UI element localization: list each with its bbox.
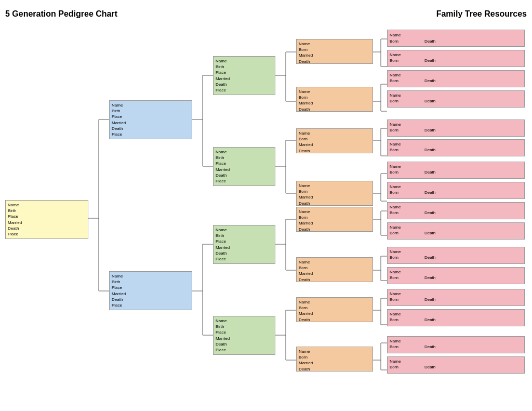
gen5-16-row: Born Death (390, 364, 522, 370)
gen4-5-death: Death (299, 227, 370, 232)
gen4-6-name: Name (299, 259, 370, 265)
gen4-6-married: Married (299, 271, 370, 276)
gen5-2-death: Death (424, 58, 435, 63)
gen4-7-married: Married (299, 311, 370, 316)
gen2a-married: Married (112, 120, 190, 126)
gen5-7-name: Name (390, 164, 522, 169)
gen5-13-row: Born Death (390, 297, 522, 302)
gen2a-birth: Birth (112, 108, 190, 114)
gen4-4-married: Married (299, 194, 370, 200)
gen5-10-death: Death (424, 230, 435, 236)
gen2b-name: Name (112, 273, 190, 279)
gen5-7-death: Death (424, 169, 435, 175)
gen4-6-box: Name Born Married Death (296, 257, 373, 282)
gen3-1-married: Married (216, 76, 273, 82)
gen5-4-name: Name (390, 92, 522, 98)
gen5-3-box: Name Born Death (387, 70, 525, 87)
gen4-6-death: Death (299, 277, 370, 283)
gen5-15-death: Death (424, 344, 435, 350)
gen4-7-death: Death (299, 317, 370, 323)
gen5-8-born: Born (390, 190, 398, 195)
gen4-7-name: Name (299, 299, 370, 305)
gen5-10-born: Born (390, 230, 398, 236)
gen3-3-place1: Place (216, 238, 273, 244)
gen5-4-death: Death (424, 98, 435, 104)
gen3-1-birth: Birth (216, 64, 273, 70)
gen1-place1: Place (8, 214, 86, 219)
gen5-16-name: Name (390, 359, 522, 364)
gen5-10-box: Name Born Death (387, 222, 525, 240)
gen5-3-born: Born (390, 78, 398, 84)
gen2a-place2: Place (112, 131, 190, 137)
gen3-3-name: Name (216, 227, 273, 233)
gen4-7-box: Name Born Married Death (296, 297, 373, 322)
gen1-death: Death (8, 226, 86, 231)
gen5-13-born: Born (390, 297, 398, 302)
gen5-16-box: Name Born Death (387, 356, 525, 374)
gen4-3-box: Name Born Married Death (296, 128, 373, 153)
gen4-4-box: Name Born Married Death (296, 181, 373, 206)
gen4-3-name: Name (299, 130, 370, 136)
gen5-1-born: Born (390, 38, 398, 44)
gen5-1-name: Name (390, 32, 522, 38)
gen4-2-name: Name (299, 89, 370, 95)
gen4-7-born: Born (299, 305, 370, 311)
gen5-4-row: Born Death (390, 98, 522, 104)
gen2a-place1: Place (112, 114, 190, 120)
gen5-5-death: Death (424, 127, 435, 133)
gen5-3-row: Born Death (390, 78, 522, 84)
gen5-8-box: Name Born Death (387, 182, 525, 199)
gen3-1-place2: Place (216, 87, 273, 93)
gen3-4-box: Name Birth Place Married Death Place (213, 316, 275, 355)
gen4-4-name: Name (299, 183, 370, 189)
gen4-8-death: Death (299, 366, 370, 372)
gen3-4-death: Death (216, 341, 273, 347)
gen3-1-death: Death (216, 82, 273, 87)
gen5-9-born: Born (390, 210, 398, 216)
gen4-5-married: Married (299, 220, 370, 226)
gen4-2-box: Name Born Married Death (296, 87, 373, 112)
gen5-1-box: Name Born Death (387, 30, 525, 47)
gen4-5-box: Name Born Married Death (296, 207, 373, 232)
gen5-6-box: Name Born Death (387, 139, 525, 156)
gen5-5-name: Name (390, 122, 522, 127)
gen5-8-death: Death (424, 190, 435, 195)
gen5-7-row: Born Death (390, 169, 522, 175)
gen4-8-married: Married (299, 360, 370, 366)
gen3-4-married: Married (216, 336, 273, 341)
gen5-6-name: Name (390, 141, 522, 147)
gen3-1-box: Name Birth Place Married Death Place (213, 56, 275, 95)
gen5-14-row: Born Death (390, 317, 522, 323)
gen5-2-row: Born Death (390, 58, 522, 63)
gen5-6-row: Born Death (390, 147, 522, 153)
gen3-1-place1: Place (216, 70, 273, 75)
gen5-11-row: Born Death (390, 255, 522, 260)
gen4-1-born: Born (299, 47, 370, 52)
gen4-1-death: Death (299, 59, 370, 64)
gen4-8-box: Name Born Married Death (296, 347, 373, 372)
gen3-4-place2: Place (216, 347, 273, 353)
gen5-5-row: Born Death (390, 127, 522, 133)
gen5-4-born: Born (390, 98, 398, 104)
gen3-2-birth: Birth (216, 155, 273, 161)
gen5-2-box: Name Born Death (387, 50, 525, 67)
gen5-5-born: Born (390, 127, 398, 133)
gen5-2-name: Name (390, 52, 522, 58)
gen5-12-row: Born Death (390, 275, 522, 281)
gen3-4-name: Name (216, 318, 273, 324)
gen2a-death: Death (112, 126, 190, 131)
gen1-name: Name (8, 202, 86, 208)
gen3-2-death: Death (216, 173, 273, 178)
gen3-2-box: Name Birth Place Married Death Place (213, 147, 275, 186)
gen4-4-death: Death (299, 201, 370, 206)
gen5-15-box: Name Born Death (387, 336, 525, 353)
gen3-2-married: Married (216, 167, 273, 173)
gen5-16-born: Born (390, 364, 398, 370)
gen5-3-death: Death (424, 78, 435, 84)
gen5-15-born: Born (390, 344, 398, 350)
gen5-13-death: Death (424, 297, 435, 302)
gen3-2-name: Name (216, 149, 273, 155)
gen1-box: Name Birth Place Married Death Place (5, 200, 88, 239)
gen4-1-name: Name (299, 41, 370, 47)
gen4-2-death: Death (299, 107, 370, 112)
